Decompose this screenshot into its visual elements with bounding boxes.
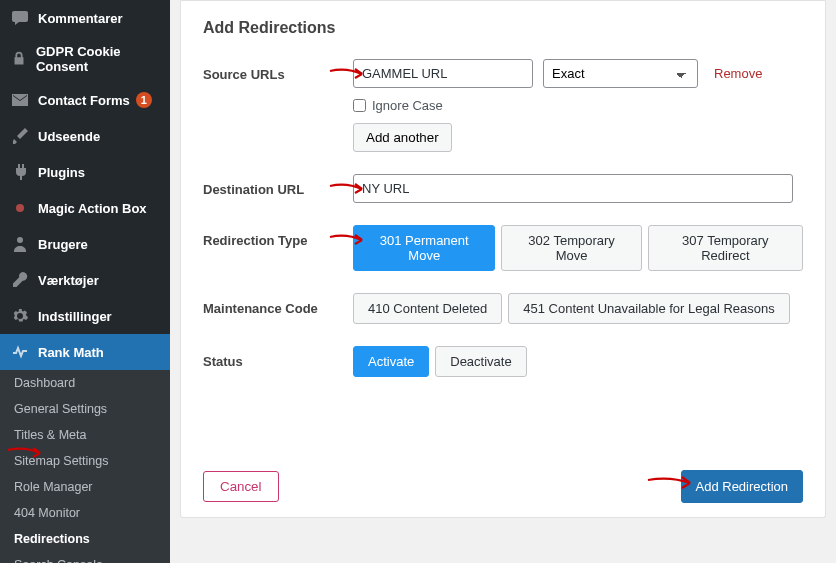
sub-redirections[interactable]: Redirections bbox=[0, 526, 170, 552]
tool-icon bbox=[10, 270, 30, 290]
sidebar-item-gdpr[interactable]: GDPR Cookie Consent bbox=[0, 36, 170, 82]
ignore-case-row: Ignore Case bbox=[353, 98, 803, 113]
destination-url-input[interactable] bbox=[353, 174, 793, 203]
sidebar-submenu: Dashboard General Settings Titles & Meta… bbox=[0, 370, 170, 563]
type-307-button[interactable]: 307 Temporary Redirect bbox=[648, 225, 803, 271]
label-destination: Destination URL bbox=[203, 174, 353, 197]
box-icon bbox=[10, 198, 30, 218]
match-select[interactable]: Exact bbox=[543, 59, 698, 88]
panel-title: Add Redirections bbox=[203, 19, 803, 37]
comment-icon bbox=[10, 8, 30, 28]
svg-point-0 bbox=[16, 204, 24, 212]
label-maintenance: Maintenance Code bbox=[203, 293, 353, 316]
sub-sitemap[interactable]: Sitemap Settings bbox=[0, 448, 170, 474]
plugin-icon bbox=[10, 162, 30, 182]
gear-icon bbox=[10, 306, 30, 326]
admin-sidebar: Kommentarer GDPR Cookie Consent Contact … bbox=[0, 0, 170, 563]
source-url-input[interactable] bbox=[353, 59, 533, 88]
sidebar-item-contact[interactable]: Contact Forms1 bbox=[0, 82, 170, 118]
brush-icon bbox=[10, 126, 30, 146]
sub-role[interactable]: Role Manager bbox=[0, 474, 170, 500]
sidebar-item-tools[interactable]: Værktøjer bbox=[0, 262, 170, 298]
add-redirection-button[interactable]: Add Redirection bbox=[681, 470, 804, 503]
panel-footer: Cancel Add Redirection bbox=[180, 456, 826, 518]
sidebar-item-magic[interactable]: Magic Action Box bbox=[0, 190, 170, 226]
sidebar-item-brugere[interactable]: Brugere bbox=[0, 226, 170, 262]
sidebar-item-label: Contact Forms bbox=[38, 93, 130, 108]
ignore-case-label: Ignore Case bbox=[372, 98, 443, 113]
row-maintenance: Maintenance Code 410 Content Deleted 451… bbox=[203, 293, 803, 324]
sidebar-item-label: Kommentarer bbox=[38, 11, 123, 26]
sidebar-item-indstillinger[interactable]: Indstillinger bbox=[0, 298, 170, 334]
sidebar-item-label: Plugins bbox=[38, 165, 85, 180]
sub-dashboard[interactable]: Dashboard bbox=[0, 370, 170, 396]
sidebar-item-label: GDPR Cookie Consent bbox=[36, 44, 162, 74]
remove-link[interactable]: Remove bbox=[714, 66, 762, 81]
pulse-icon bbox=[10, 342, 30, 362]
sidebar-item-plugins[interactable]: Plugins bbox=[0, 154, 170, 190]
maint-451-button[interactable]: 451 Content Unavailable for Legal Reason… bbox=[508, 293, 790, 324]
user-icon bbox=[10, 234, 30, 254]
sub-titles[interactable]: Titles & Meta bbox=[0, 422, 170, 448]
sidebar-item-label: Udseende bbox=[38, 129, 100, 144]
cancel-button[interactable]: Cancel bbox=[203, 471, 279, 502]
add-another-button[interactable]: Add another bbox=[353, 123, 452, 152]
sidebar-item-rankmath[interactable]: Rank Math bbox=[0, 334, 170, 370]
label-status: Status bbox=[203, 346, 353, 369]
row-status: Status Activate Deactivate bbox=[203, 346, 803, 377]
lock-icon bbox=[10, 50, 28, 68]
sub-general[interactable]: General Settings bbox=[0, 396, 170, 422]
row-type: Redirection Type 301 Permanent Move 302 … bbox=[203, 225, 803, 271]
redirection-panel: Add Redirections Source URLs Exact Remov… bbox=[180, 0, 826, 460]
maint-410-button[interactable]: 410 Content Deleted bbox=[353, 293, 502, 324]
label-type: Redirection Type bbox=[203, 225, 353, 248]
sidebar-item-label: Værktøjer bbox=[38, 273, 99, 288]
status-deactivate-button[interactable]: Deactivate bbox=[435, 346, 526, 377]
sub-404[interactable]: 404 Monitor bbox=[0, 500, 170, 526]
type-301-button[interactable]: 301 Permanent Move bbox=[353, 225, 495, 271]
sidebar-item-label: Rank Math bbox=[38, 345, 104, 360]
sidebar-item-label: Brugere bbox=[38, 237, 88, 252]
svg-point-1 bbox=[17, 237, 23, 243]
sidebar-item-label: Indstillinger bbox=[38, 309, 112, 324]
row-destination: Destination URL bbox=[203, 174, 803, 203]
sidebar-item-label: Magic Action Box bbox=[38, 201, 147, 216]
type-302-button[interactable]: 302 Temporary Move bbox=[501, 225, 641, 271]
status-activate-button[interactable]: Activate bbox=[353, 346, 429, 377]
mail-icon bbox=[10, 90, 30, 110]
sub-searchconsole[interactable]: Search Console bbox=[0, 552, 170, 563]
badge: 1 bbox=[136, 92, 152, 108]
label-source: Source URLs bbox=[203, 59, 353, 82]
sidebar-item-kommentarer[interactable]: Kommentarer bbox=[0, 0, 170, 36]
row-source: Source URLs Exact Remove Ignore Case Add… bbox=[203, 59, 803, 152]
sidebar-item-udseende[interactable]: Udseende bbox=[0, 118, 170, 154]
ignore-case-checkbox[interactable] bbox=[353, 99, 366, 112]
